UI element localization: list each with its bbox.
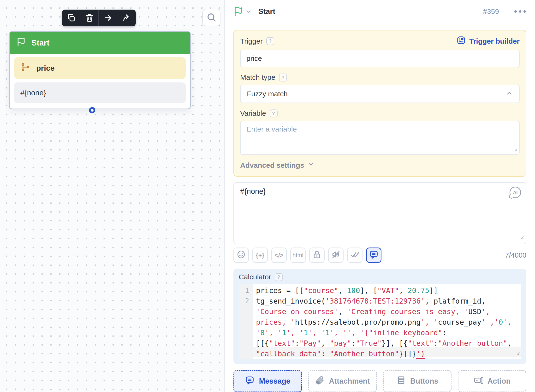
- lock-icon: [312, 250, 322, 261]
- trigger-builder-button[interactable]: Trigger builder: [457, 36, 520, 46]
- node-message-row[interactable]: #{none}: [14, 82, 186, 103]
- double-check-icon: [350, 250, 360, 261]
- buttons-tab-label: Buttons: [410, 377, 438, 386]
- settings-panel: Start #359 Trigger ? Trigger builder Mat: [225, 0, 535, 392]
- emoji-icon: [236, 250, 246, 261]
- lock-button[interactable]: [309, 248, 325, 263]
- node-title: Start: [31, 38, 49, 47]
- advanced-settings-toggle[interactable]: Advanced settings: [240, 161, 314, 169]
- trigger-card: Trigger ? Trigger builder Match type ? F…: [233, 30, 526, 177]
- action-tab-label: Action: [487, 377, 511, 386]
- node-toolbar: [62, 10, 136, 26]
- chevron-down-icon: [308, 161, 314, 169]
- node-trigger-label: price: [36, 64, 54, 73]
- message-mode-button[interactable]: [366, 248, 381, 263]
- message-bubble-icon: [245, 375, 255, 387]
- canvas-search-button[interactable]: [202, 9, 220, 26]
- copy-node-button[interactable]: [62, 10, 80, 26]
- help-icon[interactable]: ?: [266, 37, 274, 45]
- panel-header: Start #359: [225, 0, 535, 23]
- attachment-tab-button[interactable]: Attachment: [308, 370, 377, 392]
- search-icon: [206, 12, 216, 23]
- insert-variable-button[interactable]: {+}: [252, 248, 268, 263]
- variable-label: Variable: [240, 109, 266, 117]
- content-type-buttons: Message Attachment Buttons Action: [233, 370, 526, 392]
- message-text: #{none}: [240, 187, 266, 196]
- mute-button[interactable]: [328, 248, 344, 263]
- start-node-body: price #{none}: [10, 54, 190, 109]
- message-bubble-icon: [369, 250, 379, 261]
- flag-icon: [17, 37, 26, 48]
- app: Start price #{none} Start #359: [0, 0, 535, 392]
- help-icon[interactable]: ?: [270, 110, 278, 117]
- calculator-code-editor[interactable]: 1prices = [["course", 100], ["VAT", 20.7…: [239, 284, 521, 359]
- node-message-label: #{none}: [20, 89, 46, 97]
- code-button[interactable]: </>: [271, 248, 287, 263]
- chevron-up-icon: [506, 90, 513, 98]
- node-trigger-row[interactable]: price: [14, 57, 186, 79]
- share-node-button[interactable]: [117, 10, 136, 26]
- node-output-connector[interactable]: [89, 107, 95, 113]
- panel-body: Trigger ? Trigger builder Match type ? F…: [225, 23, 535, 392]
- format-toolbar: {+} </> html 7/4000: [233, 248, 526, 263]
- branch-icon: [21, 63, 30, 74]
- flag-icon[interactable]: [233, 6, 244, 17]
- trigger-builder-label: Trigger builder: [469, 37, 520, 45]
- match-type-select[interactable]: Fuzzy match: [240, 85, 520, 103]
- char-counter: 7/4000: [505, 251, 526, 259]
- more-menu-button[interactable]: [514, 8, 526, 15]
- arrow-right-icon: [104, 13, 112, 23]
- trigger-input[interactable]: [240, 50, 520, 67]
- emoji-button[interactable]: [233, 248, 249, 263]
- panel-title: Start: [258, 7, 275, 16]
- calculator-card: Calculator ? 1prices = [["course", 100],…: [233, 269, 526, 364]
- resize-handle-icon[interactable]: [519, 233, 524, 242]
- calculator-label: Calculator: [239, 273, 271, 281]
- attachment-tab-label: Attachment: [329, 377, 370, 386]
- message-text-area[interactable]: #{none} AI: [233, 182, 526, 244]
- help-icon[interactable]: ?: [279, 74, 287, 81]
- paperclip-plus-icon: [315, 375, 325, 387]
- help-icon[interactable]: ?: [275, 273, 283, 281]
- stacked-buttons-icon: [396, 375, 406, 387]
- chevron-down-icon[interactable]: [245, 8, 252, 15]
- variable-input[interactable]: [240, 121, 520, 155]
- delete-node-button[interactable]: [80, 10, 99, 26]
- start-node-header: Start: [10, 32, 190, 54]
- node-id-badge: #359: [483, 7, 499, 16]
- start-node[interactable]: Start price #{none}: [9, 31, 191, 109]
- copy-icon: [67, 13, 75, 23]
- buttons-tab-button[interactable]: Buttons: [383, 370, 452, 392]
- connect-node-button[interactable]: [99, 10, 117, 26]
- flow-canvas[interactable]: Start price #{none}: [0, 0, 225, 392]
- trash-icon: [85, 13, 94, 23]
- message-tab-label: Message: [259, 377, 290, 386]
- match-type-label: Match type: [240, 73, 275, 81]
- match-type-value: Fuzzy match: [247, 90, 288, 98]
- form-builder-icon: [457, 36, 466, 46]
- advanced-settings-label: Advanced settings: [240, 161, 304, 169]
- share-forward-icon: [122, 13, 131, 23]
- message-tab-button[interactable]: Message: [233, 370, 302, 392]
- trigger-label: Trigger: [240, 37, 263, 45]
- mute-speaker-icon: [331, 250, 341, 261]
- double-check-button[interactable]: [347, 248, 363, 263]
- ai-assistant-button[interactable]: AI: [510, 187, 521, 198]
- html-button[interactable]: html: [290, 248, 306, 263]
- action-box-icon: [474, 375, 483, 387]
- action-tab-button[interactable]: Action: [458, 370, 526, 392]
